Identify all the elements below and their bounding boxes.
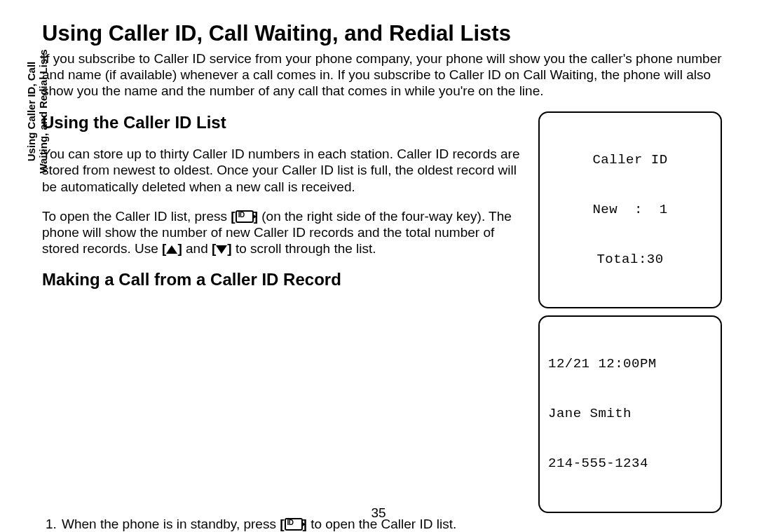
caller-id-key-icon: []: [231, 209, 258, 224]
section-tab: Using Caller ID, Call Waiting, and Redia…: [25, 31, 50, 192]
page-number: 35: [0, 505, 757, 521]
text: and: [182, 241, 212, 256]
lcd-screen-record: 12/21 12:00PM Jane Smith 214-555-1234: [538, 315, 722, 512]
lcd-line: Caller ID: [548, 152, 712, 169]
text: To open the Caller ID list, press: [42, 209, 231, 224]
paragraph: To open the Caller ID list, press [] (on…: [42, 208, 524, 257]
text: to scroll through the list.: [232, 241, 376, 256]
lcd-line: Jane Smith: [548, 406, 712, 423]
section-heading-making-call: Making a Call from a Caller ID Record: [42, 270, 524, 289]
intro-paragraph: If you subscribe to Caller ID service fr…: [42, 50, 722, 100]
down-key-icon: []: [212, 241, 232, 256]
lcd-line: 214-555-1234: [548, 456, 712, 472]
lcd-line: 12/21 12:00PM: [548, 356, 712, 373]
section-heading-caller-id-list: Using the Caller ID List: [42, 113, 524, 132]
up-key-icon: []: [162, 241, 182, 256]
lcd-line: New : 1: [548, 202, 712, 219]
page-title: Using Caller ID, Call Waiting, and Redia…: [42, 21, 722, 46]
paragraph: You can store up to thirty Caller ID num…: [42, 146, 524, 195]
manual-page: Using Caller ID, Call Waiting, and Redia…: [0, 0, 757, 532]
lcd-line: Total:30: [548, 252, 712, 268]
lcd-screen-summary: Caller ID New : 1 Total:30: [538, 111, 722, 308]
